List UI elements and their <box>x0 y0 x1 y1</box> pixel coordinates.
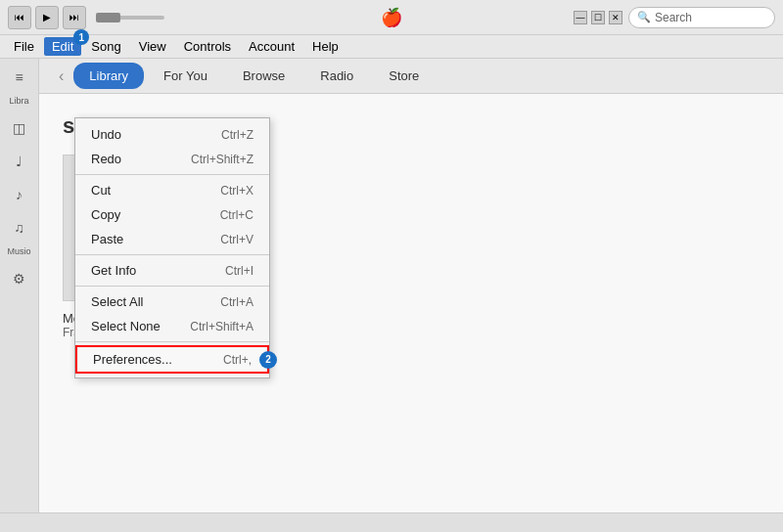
close-button[interactable]: ✕ <box>609 11 622 24</box>
tab-store[interactable]: Store <box>373 63 435 89</box>
play-button[interactable]: ▶ <box>35 6 59 29</box>
undo-label: Undo <box>91 127 121 142</box>
preferences-badge: 2 <box>259 351 277 369</box>
main-layout: ≡ Libra ◫ ♩ ♪ ♫ Musio ⚙ ‹ Library For Yo… <box>0 59 783 532</box>
menu-undo[interactable]: Undo Ctrl+Z <box>75 122 269 147</box>
search-icon: 🔍 <box>637 11 651 23</box>
get-info-shortcut: Ctrl+I <box>225 264 253 278</box>
apple-logo-icon: 🍎 <box>381 7 402 28</box>
forward-button[interactable]: ⏭ <box>63 6 86 29</box>
menu-edit[interactable]: Edit 1 <box>44 37 81 56</box>
tab-for-you[interactable]: For You <box>148 63 223 89</box>
menu-redo[interactable]: Redo Ctrl+Shift+Z <box>75 147 269 171</box>
get-info-label: Get Info <box>91 263 136 278</box>
select-none-label: Select None <box>91 319 161 333</box>
sidebar-label-musio: Musio <box>7 246 30 256</box>
tab-library[interactable]: Library <box>73 63 144 89</box>
menu-file[interactable]: File <box>6 37 42 56</box>
separator-2 <box>75 254 269 255</box>
sidebar: ≡ Libra ◫ ♩ ♪ ♫ Musio ⚙ <box>0 59 39 532</box>
separator-4 <box>75 341 269 342</box>
minimize-button[interactable]: — <box>574 11 587 24</box>
tab-browse[interactable]: Browse <box>227 63 300 89</box>
maximize-button[interactable]: ☐ <box>591 11 605 24</box>
title-bar: ⏮ ▶ ⏭ 🍎 — ☐ ✕ 🔍 Search <box>0 0 783 35</box>
separator-3 <box>75 286 269 287</box>
sidebar-item-musio[interactable]: ♫ <box>5 213 34 243</box>
separator-1 <box>75 174 269 175</box>
cut-shortcut: Ctrl+X <box>220 184 253 198</box>
undo-shortcut: Ctrl+Z <box>221 128 253 142</box>
sidebar-label-library: Libra <box>9 96 28 106</box>
paste-shortcut: Ctrl+V <box>220 233 253 246</box>
dropdown-menu: Undo Ctrl+Z Redo Ctrl+Shift+Z Cut Ctrl+X… <box>74 117 270 378</box>
sidebar-item-grid[interactable]: ◫ <box>5 113 34 143</box>
menu-view[interactable]: View <box>131 37 174 56</box>
menu-account[interactable]: Account <box>241 37 302 56</box>
search-box[interactable]: 🔍 Search <box>628 7 775 28</box>
volume-slider[interactable] <box>96 16 164 20</box>
select-all-shortcut: Ctrl+A <box>220 295 253 309</box>
edit-dropdown: Undo Ctrl+Z Redo Ctrl+Shift+Z Cut Ctrl+X… <box>74 117 270 378</box>
select-all-label: Select All <box>91 294 143 309</box>
menu-bar: File Edit 1 Song View Controls Account H… <box>0 35 783 59</box>
sidebar-item-settings[interactable]: ⚙ <box>5 264 34 293</box>
paste-label: Paste <box>91 232 123 246</box>
playback-controls: ⏮ ▶ ⏭ <box>0 6 164 29</box>
menu-copy[interactable]: Copy Ctrl+C <box>75 202 269 227</box>
menu-help[interactable]: Help <box>304 37 346 56</box>
menu-song[interactable]: Song <box>83 37 128 56</box>
menu-paste[interactable]: Paste Ctrl+V <box>75 227 269 251</box>
tab-radio[interactable]: Radio <box>304 63 369 89</box>
select-none-shortcut: Ctrl+Shift+A <box>190 320 253 333</box>
sidebar-item-library[interactable]: ≡ <box>5 63 34 92</box>
menu-preferences[interactable]: Preferences... Ctrl+, 2 <box>75 345 269 374</box>
menu-cut[interactable]: Cut Ctrl+X <box>75 178 269 202</box>
menu-controls[interactable]: Controls <box>176 37 239 56</box>
redo-label: Redo <box>91 152 121 166</box>
sidebar-item-music[interactable]: ♩ <box>5 147 34 176</box>
status-bar <box>0 512 783 532</box>
nav-back-button[interactable]: ‹ <box>59 67 64 85</box>
copy-label: Copy <box>91 207 120 222</box>
content-area: ‹ Library For You Browse Radio Store st … <box>39 59 783 532</box>
nav-tabs: ‹ Library For You Browse Radio Store <box>39 59 783 94</box>
preferences-label: Preferences... <box>93 352 172 367</box>
title-bar-right: — ☐ ✕ 🔍 Search <box>574 7 783 28</box>
window-controls: — ☐ ✕ <box>574 11 622 24</box>
preferences-shortcut: Ctrl+, <box>223 353 252 367</box>
menu-get-info[interactable]: Get Info Ctrl+I <box>75 258 269 283</box>
redo-shortcut: Ctrl+Shift+Z <box>191 153 253 166</box>
menu-select-all[interactable]: Select All Ctrl+A <box>75 289 269 314</box>
copy-shortcut: Ctrl+C <box>220 208 253 222</box>
sidebar-item-note[interactable]: ♪ <box>5 180 34 209</box>
search-placeholder: Search <box>655 11 692 24</box>
rewind-button[interactable]: ⏮ <box>8 6 31 29</box>
menu-select-none[interactable]: Select None Ctrl+Shift+A <box>75 314 269 338</box>
cut-label: Cut <box>91 183 111 198</box>
